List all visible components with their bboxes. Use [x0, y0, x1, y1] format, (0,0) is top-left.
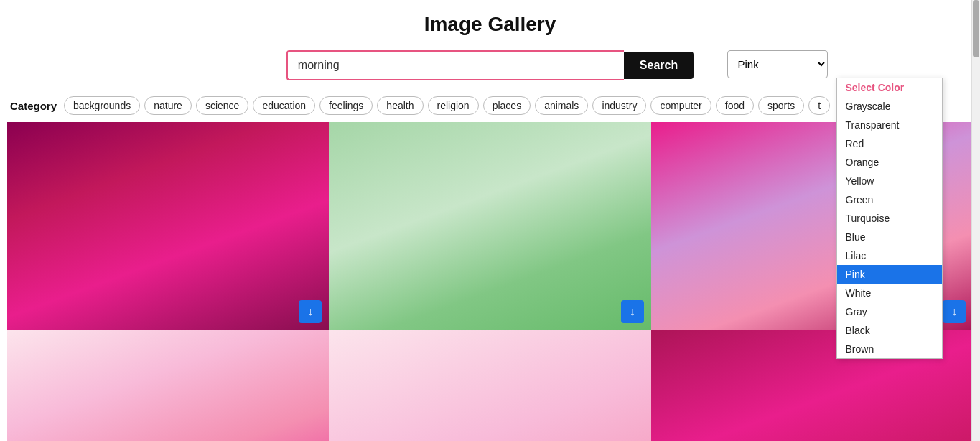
- category-tag-t[interactable]: t: [808, 96, 830, 115]
- dropdown-option-white[interactable]: White: [837, 284, 942, 302]
- category-tag-health[interactable]: health: [377, 96, 423, 115]
- category-tag-education[interactable]: education: [253, 96, 315, 115]
- gallery-cell: ↓: [329, 122, 650, 330]
- dropdown-option-yellow[interactable]: Yellow: [837, 172, 942, 190]
- dropdown-option-blue[interactable]: Blue: [837, 228, 942, 246]
- category-tag-industry[interactable]: industry: [592, 96, 646, 115]
- category-bar: Category backgroundsnaturescienceeducati…: [0, 92, 980, 122]
- search-input[interactable]: [286, 50, 624, 80]
- dropdown-option-select: Select Color: [837, 78, 942, 97]
- dropdown-option-gray[interactable]: Gray: [837, 302, 942, 321]
- category-tag-animals[interactable]: animals: [535, 96, 588, 115]
- scrollbar[interactable]: [971, 0, 980, 441]
- category-label: Category: [10, 100, 57, 112]
- scrollbar-thumb[interactable]: [973, 0, 979, 57]
- category-tag-religion[interactable]: religion: [428, 96, 479, 115]
- dropdown-option-black[interactable]: Black: [837, 321, 942, 340]
- dropdown-option-green[interactable]: Green: [837, 190, 942, 209]
- search-bar: Search Select ColorGrayscaleTransparentR…: [268, 50, 713, 80]
- download-button[interactable]: ↓: [299, 300, 322, 323]
- dropdown-option-transparent[interactable]: Transparent: [837, 116, 942, 134]
- page-header: Image Gallery: [0, 0, 980, 43]
- color-dropdown-open[interactable]: Select ColorGrayscaleTransparentRedOrang…: [836, 78, 943, 359]
- dropdown-option-grayscale[interactable]: Grayscale: [837, 97, 942, 116]
- dropdown-option-lilac[interactable]: Lilac: [837, 246, 942, 265]
- color-select[interactable]: Select ColorGrayscaleTransparentRedOrang…: [727, 50, 828, 78]
- gallery-cell: ↓: [7, 122, 329, 330]
- category-tag-food[interactable]: food: [716, 96, 754, 115]
- dropdown-option-red[interactable]: Red: [837, 134, 942, 153]
- search-button[interactable]: Search: [624, 52, 694, 79]
- page-title: Image Gallery: [424, 13, 556, 35]
- color-select-wrapper: Select ColorGrayscaleTransparentRedOrang…: [727, 50, 828, 78]
- category-tag-computer[interactable]: computer: [650, 96, 711, 115]
- download-button[interactable]: ↓: [943, 300, 966, 323]
- dropdown-option-turquoise[interactable]: Turquoise: [837, 209, 942, 228]
- category-tag-nature[interactable]: nature: [144, 96, 192, 115]
- gallery-cell: ↓: [7, 330, 329, 441]
- category-tag-backgrounds[interactable]: backgrounds: [64, 96, 140, 115]
- dropdown-option-brown[interactable]: Brown: [837, 340, 942, 358]
- category-tag-feelings[interactable]: feelings: [319, 96, 373, 115]
- gallery-grid: ↓↓↓↓↓↓: [0, 122, 980, 441]
- gallery-cell: ↓: [329, 330, 650, 441]
- category-tag-places[interactable]: places: [483, 96, 531, 115]
- dropdown-option-pink[interactable]: Pink: [837, 265, 942, 284]
- download-button[interactable]: ↓: [621, 300, 644, 323]
- category-tag-science[interactable]: science: [196, 96, 248, 115]
- category-tag-sports[interactable]: sports: [758, 96, 804, 115]
- dropdown-option-orange[interactable]: Orange: [837, 153, 942, 172]
